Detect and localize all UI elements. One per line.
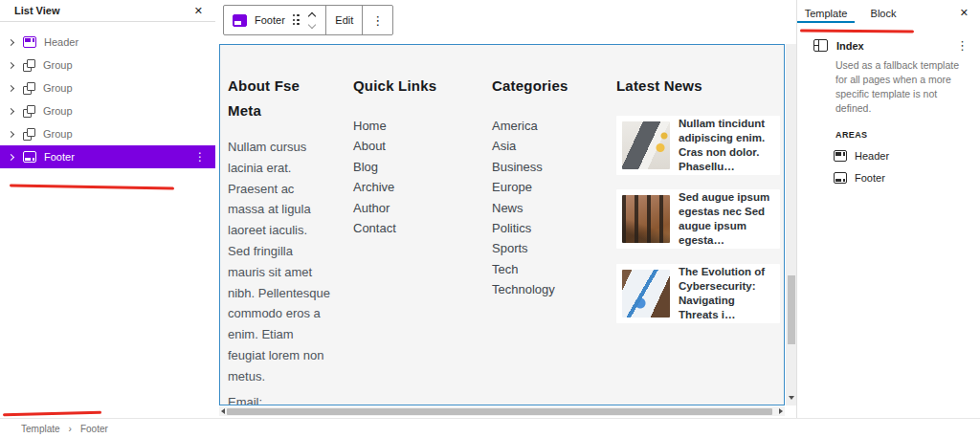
edit-button[interactable]: Edit	[325, 6, 362, 34]
list-item-label: Group	[43, 82, 73, 94]
settings-sidebar: Template Block ✕ Index ⋮ Used as a fallb…	[796, 0, 980, 418]
scroll-down-arrow-icon[interactable]	[789, 396, 794, 400]
footer-link[interactable]: Business	[492, 157, 568, 177]
footer-about-column: About Fse Meta Nullam cursus lacinia era…	[228, 74, 335, 405]
chevron-right-icon[interactable]	[8, 38, 14, 45]
header-template-icon	[834, 150, 847, 162]
group-icon	[23, 59, 35, 72]
footer-quick-links-list: Home About Blog Archive Author Contact	[353, 116, 436, 238]
settings-tabs: Template Block ✕	[797, 0, 980, 26]
area-label: Footer	[855, 172, 885, 184]
scroll-right-arrow-icon[interactable]	[779, 408, 783, 414]
block-mover	[307, 13, 317, 28]
block-options-button[interactable]: ⋮	[362, 6, 392, 34]
footer-link[interactable]: Author	[353, 198, 436, 218]
area-item-footer[interactable]: Footer	[834, 172, 980, 184]
news-card[interactable]: The Evolution of Cybersecurity: Navigati…	[616, 264, 780, 323]
chevron-right-icon[interactable]	[8, 84, 14, 91]
footer-link[interactable]: America	[492, 116, 568, 136]
move-down-icon[interactable]	[308, 20, 316, 28]
areas-section-label: AREAS	[835, 130, 980, 140]
news-title: Nullam tincidunt adipiscing enim. Cras n…	[679, 117, 774, 174]
footer-link[interactable]: News	[492, 198, 568, 218]
close-icon[interactable]: ✕	[194, 6, 203, 16]
news-card[interactable]: Sed augue ipsum egestas nec Sed augue ip…	[616, 189, 780, 249]
options-menu-icon[interactable]: ⋮	[194, 151, 206, 163]
tab-block[interactable]: Block	[855, 0, 912, 26]
canvas-vertical-scrollbar[interactable]	[786, 44, 796, 405]
footer-block-icon[interactable]	[233, 14, 247, 27]
footer-link[interactable]: Sports	[492, 238, 568, 258]
sidebar-item-header[interactable]: Header	[0, 31, 215, 54]
block-toolbar-label: Footer	[255, 14, 285, 26]
header-template-icon	[23, 36, 36, 48]
footer-link[interactable]: Archive	[353, 177, 436, 197]
vertical-scroll-thumb[interactable]	[788, 275, 795, 344]
horizontal-scroll-thumb[interactable]	[227, 408, 772, 415]
footer-about-heading: About Fse Meta	[228, 74, 335, 123]
list-view-header: List View ✕	[0, 0, 215, 22]
footer-about-text: Nullam cursus lacinia erat. Praesent ac …	[228, 137, 332, 387]
footer-categories-list: America Asia Business Europe News Politi…	[492, 116, 568, 300]
sidebar-item-group-1[interactable]: Group	[0, 54, 215, 77]
block-toolbar: Footer Edit ⋮	[223, 5, 393, 35]
footer-quick-links-column: Quick Links Home About Blog Archive Auth…	[353, 74, 436, 238]
chevron-right-icon[interactable]	[8, 61, 14, 68]
breadcrumb: Template › Footer	[0, 418, 980, 438]
footer-link[interactable]: Blog	[353, 157, 436, 177]
news-title: The Evolution of Cybersecurity: Navigati…	[679, 265, 774, 322]
editor-canvas-footer-block[interactable]: About Fse Meta Nullam cursus lacinia era…	[219, 44, 785, 405]
list-view-panel: List View ✕ Header Group Group Group Gro…	[0, 0, 215, 418]
footer-link[interactable]: Tech	[492, 259, 568, 279]
sidebar-item-group-3[interactable]: Group	[0, 99, 215, 122]
group-icon	[23, 128, 35, 141]
news-thumbnail-laptop-on-desk	[622, 121, 670, 169]
footer-link[interactable]: Home	[353, 116, 436, 136]
footer-categories-heading: Categories	[492, 74, 568, 99]
news-title: Sed augue ipsum egestas nec Sed augue ip…	[679, 190, 774, 248]
footer-link[interactable]: Europe	[492, 177, 568, 197]
footer-link[interactable]: Contact	[353, 218, 436, 238]
canvas-horizontal-scrollbar[interactable]	[219, 406, 785, 416]
footer-template-icon	[23, 151, 36, 163]
footer-link[interactable]: Politics	[492, 218, 568, 238]
footer-about-clipped-text: Email:	[228, 395, 335, 405]
template-options-icon[interactable]: ⋮	[956, 39, 969, 52]
sidebar-item-group-2[interactable]: Group	[0, 77, 215, 99]
breadcrumb-template[interactable]: Template	[21, 424, 60, 434]
sidebar-item-group-4[interactable]: Group	[0, 122, 215, 145]
news-thumbnail-wooden-room	[622, 195, 670, 243]
footer-quick-links-heading: Quick Links	[353, 74, 436, 99]
list-item-label: Group	[43, 59, 73, 71]
index-template-icon	[813, 39, 828, 52]
group-icon	[23, 105, 35, 118]
chevron-right-icon[interactable]	[8, 153, 14, 160]
tab-template[interactable]: Template	[797, 0, 855, 26]
footer-latest-news-heading: Latest News	[616, 74, 780, 99]
footer-link[interactable]: Technology	[492, 279, 568, 299]
template-name: Index	[836, 40, 864, 52]
footer-link[interactable]: About	[353, 136, 436, 156]
list-item-label: Group	[43, 105, 73, 117]
group-icon	[23, 82, 35, 95]
block-toolbar-block-section: Footer	[224, 6, 325, 34]
move-up-icon[interactable]	[308, 11, 316, 19]
drag-handle-icon[interactable]	[293, 14, 301, 26]
breadcrumb-footer[interactable]: Footer	[80, 424, 108, 434]
footer-categories-column: Categories America Asia Business Europe …	[492, 74, 568, 300]
news-card[interactable]: Nullam tincidunt adipiscing enim. Cras n…	[616, 116, 780, 175]
chevron-right-icon[interactable]	[8, 130, 14, 137]
list-item-label: Header	[44, 36, 78, 48]
sidebar-item-footer[interactable]: Footer ⋮	[0, 145, 215, 168]
list-view-title: List View	[14, 5, 59, 16]
list-item-label: Footer	[44, 151, 75, 163]
footer-template-icon	[834, 172, 847, 184]
news-thumbnail-laptop-dashboard	[622, 270, 670, 318]
close-icon[interactable]: ✕	[960, 8, 969, 18]
area-item-header[interactable]: Header	[834, 150, 980, 162]
footer-link[interactable]: Asia	[492, 136, 568, 156]
footer-latest-news-column: Latest News	[616, 74, 780, 99]
scroll-left-arrow-icon[interactable]	[221, 408, 225, 414]
chevron-right-icon[interactable]	[8, 107, 14, 114]
list-item-label: Group	[43, 128, 73, 140]
